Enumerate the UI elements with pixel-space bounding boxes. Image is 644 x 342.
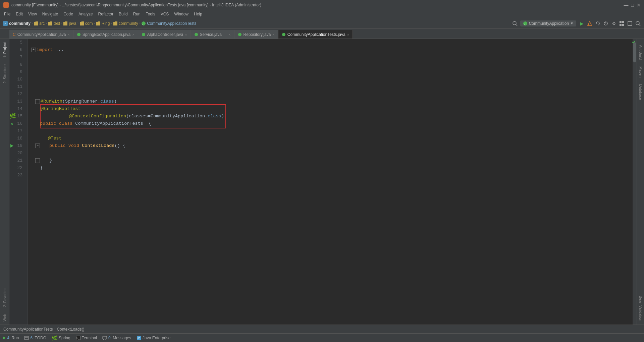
tab-tests[interactable]: CommunityApplicationTests.java × xyxy=(278,30,353,39)
breadcrumb-ring[interactable]: Ring xyxy=(102,21,110,26)
breadcrumb-java[interactable]: java xyxy=(69,21,76,26)
tab-close-alpha[interactable]: × xyxy=(185,33,187,37)
tab-label-tests: CommunityApplicationTests.java xyxy=(287,32,345,37)
code-line-10 xyxy=(31,76,633,83)
run-test-icon[interactable] xyxy=(10,144,13,148)
breadcrumb-test[interactable]: test xyxy=(54,21,60,26)
sidebar-item-favorites[interactable]: 2: Favorites xyxy=(1,284,8,310)
fold-import-icon[interactable]: + xyxy=(31,48,36,52)
tab-label-repo: Repository.java xyxy=(244,32,271,37)
tab-springboot[interactable]: SpringBootApplication.java × xyxy=(73,30,138,39)
svg-point-23 xyxy=(238,33,241,36)
menu-window[interactable]: Window xyxy=(171,11,191,17)
terminal-icon: >_ xyxy=(76,336,80,340)
fold-class-icon[interactable]: − xyxy=(35,99,40,104)
settings-button[interactable]: ⚙ xyxy=(610,20,617,27)
tab-alpha-controller[interactable]: AlphaController.java × xyxy=(138,30,191,39)
sidebar-item-structure[interactable]: 2: Structure xyxy=(1,61,8,87)
sidebar-item-project[interactable]: 1: Project xyxy=(1,39,8,61)
spring-tool-button[interactable]: 🌿 Spring xyxy=(52,335,70,341)
run-tool-button[interactable]: 4: Run xyxy=(3,336,19,340)
breadcrumb-method[interactable]: ContextLoads() xyxy=(57,327,84,332)
run-config-selector[interactable]: J CommunityApplication ▼ xyxy=(520,20,576,26)
folder-ring-icon xyxy=(96,21,101,26)
right-tab-bean-validation[interactable]: Bean Validation xyxy=(637,292,644,325)
menu-vcs[interactable]: VCS xyxy=(158,11,172,17)
breadcrumb-community[interactable]: community xyxy=(9,21,31,26)
editor-area[interactable]: 5 6 7 8 9 10 11 12 13 14 xyxy=(9,39,637,325)
menu-code[interactable]: Code xyxy=(61,11,76,17)
todo-tool-button[interactable]: 6: TODO xyxy=(24,336,46,340)
menu-refactor[interactable]: Refactor xyxy=(96,11,116,17)
svg-line-5 xyxy=(516,24,517,26)
tab-close-service[interactable]: × xyxy=(228,33,230,37)
right-tab-ant-build[interactable]: Ant Build xyxy=(637,42,644,63)
menu-build[interactable]: Build xyxy=(116,11,130,17)
gutter-line-5: 5 xyxy=(9,39,24,46)
svg-text:JE: JE xyxy=(137,337,140,340)
folder-src-icon xyxy=(34,21,38,26)
expand-button[interactable] xyxy=(627,20,633,27)
fold-method-end-icon[interactable]: − xyxy=(35,158,40,163)
breadcrumb-tests-class[interactable]: CommunityApplicationTests xyxy=(147,21,196,26)
update-button[interactable] xyxy=(594,20,601,27)
folder-com-icon xyxy=(79,21,84,26)
build-button[interactable] xyxy=(586,20,593,27)
menu-navigate[interactable]: Navigate xyxy=(40,11,61,17)
close-button[interactable]: ✕ xyxy=(637,2,641,8)
code-line-22: } xyxy=(31,164,633,172)
nav-bar: P community › src › test › java › com › … xyxy=(0,18,644,29)
java-enterprise-button[interactable]: JE Java Enterprise xyxy=(137,336,170,340)
sidebar-item-web[interactable]: Web xyxy=(1,310,8,325)
breadcrumb-community-nav[interactable]: community xyxy=(119,21,138,26)
tab-icon-community-app: C xyxy=(13,32,16,37)
right-tab-database[interactable]: Database xyxy=(637,81,644,103)
tab-close-springboot[interactable]: × xyxy=(132,33,134,37)
vertical-scrollbar[interactable] xyxy=(633,39,637,325)
menu-help[interactable]: Help xyxy=(191,11,205,17)
debug-button[interactable] xyxy=(602,20,609,27)
more-button[interactable] xyxy=(619,20,625,27)
menu-run[interactable]: Run xyxy=(130,11,143,17)
svg-rect-15 xyxy=(620,24,622,26)
code-line-8 xyxy=(31,61,633,68)
tab-service[interactable]: Service.java × xyxy=(191,30,234,39)
todo-label: 6: TODO xyxy=(30,336,46,340)
tab-label-community-app: CommunityApplication.java xyxy=(17,32,66,37)
menu-tools[interactable]: Tools xyxy=(143,11,158,17)
code-content[interactable]: +import ... − @RunWith(SpringRunner.clas… xyxy=(28,39,633,325)
tab-repository[interactable]: Repository.java × xyxy=(234,30,278,39)
window-controls: — □ ✕ xyxy=(624,2,641,8)
tab-close-community-app[interactable]: × xyxy=(67,33,69,37)
svg-marker-10 xyxy=(596,22,597,24)
right-tab-maven[interactable]: Maven xyxy=(637,63,644,81)
restore-button[interactable]: □ xyxy=(631,2,634,8)
menu-file[interactable]: File xyxy=(1,11,13,17)
minimize-button[interactable]: — xyxy=(624,2,629,8)
code-line-17 xyxy=(31,127,633,135)
breadcrumb-src[interactable]: src xyxy=(39,21,45,26)
tab-community-app[interactable]: C CommunityApplication.java × xyxy=(9,30,73,39)
svg-rect-30 xyxy=(103,336,107,339)
terminal-tool-button[interactable]: >_ Terminal xyxy=(76,336,97,340)
tab-close-repo[interactable]: × xyxy=(272,33,274,37)
breadcrumb-class[interactable]: CommunityApplicationTests xyxy=(3,327,53,332)
menu-edit[interactable]: Edit xyxy=(13,11,25,17)
code-line-21: − } xyxy=(31,157,633,164)
code-line-5 xyxy=(31,39,633,46)
menu-view[interactable]: View xyxy=(25,11,40,17)
svg-rect-14 xyxy=(622,21,624,23)
search2-icon[interactable] xyxy=(635,20,641,27)
fold-method-icon[interactable]: − xyxy=(35,144,40,148)
menu-analyze[interactable]: Analyze xyxy=(76,11,96,17)
gutter-line-19[interactable]: 19 xyxy=(9,142,24,150)
breadcrumb-com[interactable]: com xyxy=(85,21,93,26)
tab-close-tests[interactable]: × xyxy=(347,33,349,37)
app-icon xyxy=(3,2,9,8)
messages-tool-button[interactable]: 0: Messages xyxy=(102,336,131,340)
spring-leaf-icon: 🌿 xyxy=(9,113,16,120)
run-button[interactable]: ▶ xyxy=(578,20,585,27)
scrollbar-thumb[interactable] xyxy=(633,42,636,62)
search-icon[interactable] xyxy=(512,20,518,27)
left-sidebar: 1: Project 2: Structure 2: Favorites Web xyxy=(0,39,9,325)
